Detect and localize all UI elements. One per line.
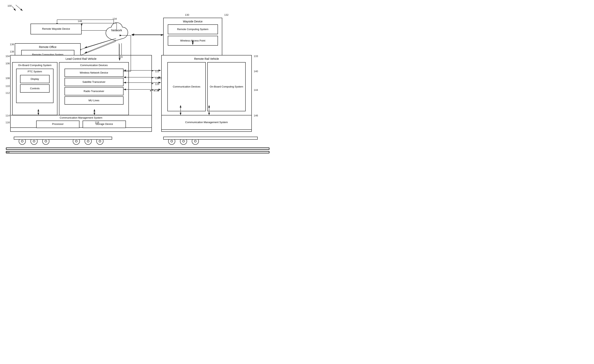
comm-devices-lead-box: Communication Devices Wireless Network D… <box>59 62 129 115</box>
ref-112: 112 <box>6 91 10 94</box>
on-board-computing-system-box: On-Board Computing System PTC System Dis… <box>12 62 57 115</box>
ref-102: 102 <box>6 150 10 153</box>
ref-110: 110 <box>6 85 10 88</box>
ptc-system-label: PTC System <box>28 70 42 73</box>
rail-track-bottom <box>6 151 270 153</box>
wheel-inner <box>21 140 23 142</box>
wayside-remote-computing-label: Remote Computing System <box>177 28 209 31</box>
remote-rail-vehicle-label: Remote Rail Vehicle <box>194 57 219 61</box>
wheel-inner <box>45 140 47 142</box>
network-cloud: Network <box>102 22 131 45</box>
mu-lines-dots: • • • <box>150 89 160 93</box>
remote-office-label: Remote Office <box>39 45 56 49</box>
wheel-inner <box>87 140 89 142</box>
ref-134: 134 <box>113 17 117 20</box>
on-board-computing-label: On-Board Computing System <box>18 64 52 67</box>
ref-132: 132 <box>224 13 229 16</box>
ref-140: 140 <box>254 70 258 73</box>
comm-devices-remote-label: Communication Devices <box>173 85 200 88</box>
lead-control-label: Lead Control Rail Vehicle <box>66 57 96 61</box>
radio-transceiver-box: Radio Transceiver <box>65 87 123 95</box>
ref-100-arrow <box>10 3 26 13</box>
ref-120: 120 <box>118 55 123 58</box>
ref-108: 108 <box>6 77 10 80</box>
wireless-access-point-box: Wireless Access Point <box>168 36 218 46</box>
comm-mgmt-label: Communication Management System <box>60 116 102 120</box>
wireless-network-label: Wireless Network Device <box>80 71 108 74</box>
comm-mgmt-remote-box: Communication Management System <box>161 115 252 130</box>
ref-104: 104 <box>6 55 10 58</box>
ref-138: 138 <box>10 50 14 53</box>
remote-wayside-device-box: Remote Wayside Device <box>30 24 82 34</box>
mu-lines-label: MU Lines <box>88 99 99 102</box>
on-board-remote-box: On-Board Computing System <box>207 62 246 111</box>
wayside-remote-computing-box: Remote Computing System <box>168 24 218 34</box>
remote-undercarriage <box>163 137 258 140</box>
comm-mgmt-remote-label: Communication Management System <box>185 121 228 124</box>
ref-133: 133 <box>254 55 258 58</box>
wheel-inner <box>75 140 77 142</box>
ref-142: 142 <box>157 77 162 80</box>
ref-144: 144 <box>254 88 258 91</box>
controls-box: Controls <box>20 84 50 93</box>
on-board-remote-label: On-Board Computing System <box>210 85 243 88</box>
processor-box: Processor <box>36 121 80 128</box>
satellite-transceiver-box: Satellite Transceiver <box>65 78 123 86</box>
controls-label: Controls <box>30 87 40 90</box>
ref-148: 148 <box>78 20 82 23</box>
processor-label: Processor <box>52 122 64 126</box>
ref-118: 118 <box>95 121 99 124</box>
wheel-inner <box>182 140 185 142</box>
system-diagram: 100 Remote Wayside Device 148 Remote Off… <box>0 0 297 182</box>
ref-126: 126 <box>155 83 159 86</box>
wireless-access-point-label: Wireless Access Point <box>180 39 205 42</box>
remote-wayside-device-label: Remote Wayside Device <box>42 27 70 31</box>
ref-106: 106 <box>6 62 10 65</box>
radio-transceiver-label: Radio Transceiver <box>84 90 104 93</box>
display-box: Display <box>20 75 50 83</box>
ref-146: 146 <box>254 114 258 117</box>
mu-lines-box: MU Lines <box>65 96 123 105</box>
wayside-device-label: Wayside Device <box>183 20 202 23</box>
comm-mgmt-system-lead-box: Communication Management System Processo… <box>10 115 152 128</box>
display-label: Display <box>31 77 39 81</box>
svg-line-23 <box>16 5 23 11</box>
wheel-inner <box>170 140 173 142</box>
lead-undercarriage <box>14 137 112 140</box>
satellite-transceiver-label: Satellite Transceiver <box>82 81 105 84</box>
wheel-inner <box>99 140 101 142</box>
wheel-inner <box>194 140 196 142</box>
comm-devices-remote-box: Communication Devices <box>167 62 206 111</box>
comm-devices-lead-label: Communication Devices <box>80 64 108 67</box>
ref-136: 136 <box>10 43 14 46</box>
wayside-device-outer-box: Wayside Device Remote Computing System W… <box>163 18 222 61</box>
ref-130: 130 <box>185 13 189 16</box>
ref-114: 114 <box>6 114 10 117</box>
ptc-system-box: PTC System Display Controls <box>16 69 54 103</box>
wheel-inner <box>33 140 35 142</box>
network-label: Network <box>102 28 131 32</box>
ref-116: 116 <box>6 121 10 124</box>
storage-device-box: Storage Device <box>83 121 126 128</box>
wireless-network-device-box: Wireless Network Device <box>65 69 123 77</box>
ref-122: 122 <box>155 70 159 73</box>
rail-track-top <box>6 148 270 150</box>
